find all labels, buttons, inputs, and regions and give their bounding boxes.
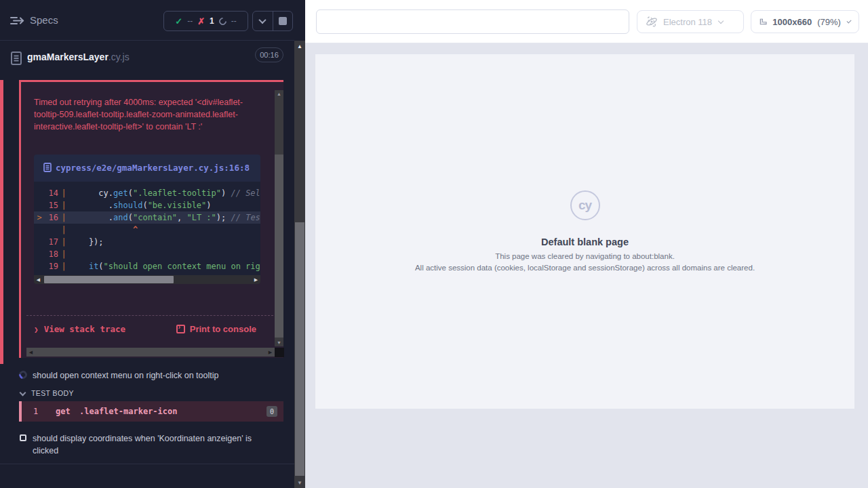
code-line: | ^ bbox=[34, 224, 260, 236]
aut-header: Electron 118 1000x660 (79%) bbox=[305, 0, 868, 43]
command-method: get bbox=[56, 407, 71, 416]
scroll-left-icon[interactable]: ◀ bbox=[34, 277, 43, 283]
collapse-all-button[interactable] bbox=[253, 12, 273, 30]
spec-duration-badge: 00:16 bbox=[255, 47, 283, 62]
divider bbox=[0, 464, 294, 464]
viewport-size-select[interactable]: 1000x660 (79%) bbox=[751, 10, 859, 33]
command-selector: .leaflet-marker-icon bbox=[79, 407, 178, 416]
aut-panel: Electron 118 1000x660 (79%) cy Default b… bbox=[305, 0, 868, 488]
stop-icon bbox=[279, 17, 287, 25]
error-file-link[interactable]: cypress/e2e/gmaMarkersLayer.cy.js:16:8 bbox=[43, 163, 250, 173]
blank-page-line2: All active session data (cookies, localS… bbox=[315, 263, 854, 273]
test-running-spinner-icon bbox=[18, 369, 29, 381]
viewport-size: 1000x660 bbox=[772, 17, 812, 27]
scroll-up-icon[interactable]: ▲ bbox=[294, 43, 305, 49]
blank-page-title: Default blank page bbox=[315, 237, 854, 247]
running-icon bbox=[217, 16, 228, 26]
blank-page-message: cy Default blank page This page was clea… bbox=[315, 190, 854, 273]
chevron-down-icon bbox=[259, 16, 267, 24]
divider bbox=[26, 315, 273, 316]
blank-page-line1: This page was cleared by navigating to a… bbox=[315, 251, 854, 262]
scrollbar-thumb[interactable] bbox=[44, 276, 174, 283]
sidebar-scrollbar[interactable]: ▲ ▼ bbox=[294, 41, 305, 488]
scroll-right-icon[interactable]: ▶ bbox=[266, 348, 275, 357]
chevron-down-icon bbox=[20, 390, 26, 396]
browser-select[interactable]: Electron 118 bbox=[637, 10, 744, 33]
reporter-header: Specs ✓ -- ✗ 1 -- bbox=[0, 0, 294, 41]
reporter-sidebar: Specs ✓ -- ✗ 1 -- gmaMarkersLayer.cy.js … bbox=[0, 0, 305, 488]
passed-icon: ✓ bbox=[175, 16, 182, 26]
cypress-logo: cy bbox=[570, 190, 600, 220]
stop-run-button[interactable] bbox=[273, 12, 293, 30]
test-row-coordinates[interactable]: should display coordinates when 'Koordin… bbox=[0, 432, 294, 458]
browser-label: Electron 118 bbox=[663, 17, 712, 27]
code-frame: cypress/e2e/gmaMarkersLayer.cy.js:16:8 1… bbox=[34, 155, 260, 284]
code-line: 17| }); bbox=[34, 236, 260, 248]
print-to-console-button[interactable]: Print to console bbox=[176, 324, 256, 334]
test-title: should open context menu on right-click … bbox=[33, 369, 256, 382]
spec-row[interactable]: gmaMarkersLayer.cy.js 00:16 bbox=[0, 41, 294, 75]
scroll-right-icon[interactable]: ▶ bbox=[252, 277, 260, 283]
file-icon bbox=[43, 163, 52, 172]
code-lines: 14| cy.get(".leaflet-tooltip") // Selek1… bbox=[34, 182, 260, 275]
code-frame-header: cypress/e2e/gmaMarkersLayer.cy.js:16:8 bbox=[34, 155, 260, 182]
aut-iframe: cy Default blank page This page was clea… bbox=[315, 54, 854, 409]
running-count: -- bbox=[231, 16, 237, 26]
chevron-down-icon bbox=[846, 18, 851, 23]
run-controls bbox=[252, 11, 293, 31]
view-stack-trace-button[interactable]: ❯View stack trace bbox=[34, 324, 125, 334]
scroll-up-icon[interactable]: ▲ bbox=[275, 92, 283, 96]
specs-menu-toggle-icon[interactable] bbox=[9, 15, 26, 27]
command-log-row[interactable]: 1 get .leaflet-marker-icon 0 bbox=[19, 401, 283, 422]
scroll-down-icon[interactable]: ▼ bbox=[275, 340, 283, 345]
scrollbar-thumb[interactable] bbox=[275, 155, 283, 338]
code-line: >16| .and("contain", "LT :"); // Teste bbox=[34, 211, 260, 224]
code-line: 15| .should("be.visible") bbox=[34, 199, 260, 211]
print-to-console-label: Print to console bbox=[190, 324, 256, 334]
command-count-badge: 0 bbox=[267, 406, 277, 417]
view-stack-trace-label: View stack trace bbox=[44, 324, 125, 334]
spec-file-icon bbox=[11, 52, 22, 65]
passed-count: -- bbox=[187, 16, 193, 26]
test-row-context-menu[interactable]: should open context menu on right-click … bbox=[0, 369, 294, 383]
file-link-text: cypress/e2e/gmaMarkersLayer.cy.js:16:8 bbox=[56, 163, 250, 173]
scrollbar-corner bbox=[275, 348, 284, 357]
scroll-left-icon[interactable]: ◀ bbox=[26, 348, 35, 357]
failed-count: 1 bbox=[210, 16, 214, 26]
error-horizontal-scrollbar[interactable]: ◀ ▶ bbox=[26, 348, 275, 357]
command-number: 1 bbox=[33, 407, 38, 416]
error-vertical-scrollbar[interactable]: ▲ ▼ bbox=[275, 90, 283, 346]
error-panel: Timed out retrying after 4000ms: expecte… bbox=[19, 80, 283, 358]
code-horizontal-scrollbar[interactable]: ◀ ▶ bbox=[34, 275, 260, 284]
electron-icon bbox=[646, 16, 658, 28]
scroll-down-icon[interactable]: ▼ bbox=[294, 480, 305, 486]
viewport-zoom: (79%) bbox=[817, 17, 841, 27]
console-icon bbox=[176, 325, 185, 333]
ruler-icon bbox=[760, 16, 767, 27]
test-pending-icon bbox=[20, 434, 26, 441]
test-stats: ✓ -- ✗ 1 -- bbox=[163, 11, 248, 31]
spec-name: gmaMarkersLayer bbox=[27, 52, 108, 62]
scrollbar-thumb[interactable] bbox=[295, 222, 304, 476]
spec-title: gmaMarkersLayer.cy.js bbox=[27, 52, 130, 62]
failed-attempt-bar bbox=[0, 80, 3, 364]
url-input[interactable] bbox=[316, 9, 629, 34]
test-title: should display coordinates when 'Koordin… bbox=[33, 432, 256, 457]
code-line: 14| cy.get(".leaflet-tooltip") // Selek bbox=[34, 187, 260, 199]
failed-icon: ✗ bbox=[197, 16, 205, 26]
chevron-down-icon bbox=[718, 18, 724, 23]
spec-extension: .cy.js bbox=[108, 52, 130, 62]
code-line: 18| bbox=[34, 248, 260, 260]
code-line: 19| it("should open context menu on righ… bbox=[34, 260, 260, 272]
scrollbar-track[interactable] bbox=[43, 275, 252, 284]
chevron-right-icon: ❯ bbox=[34, 325, 39, 334]
error-message: Timed out retrying after 4000ms: expecte… bbox=[34, 96, 261, 133]
test-body-section-header[interactable]: TEST BODY bbox=[0, 388, 294, 400]
test-body-label: TEST BODY bbox=[31, 389, 74, 397]
specs-label: Specs bbox=[30, 14, 58, 26]
